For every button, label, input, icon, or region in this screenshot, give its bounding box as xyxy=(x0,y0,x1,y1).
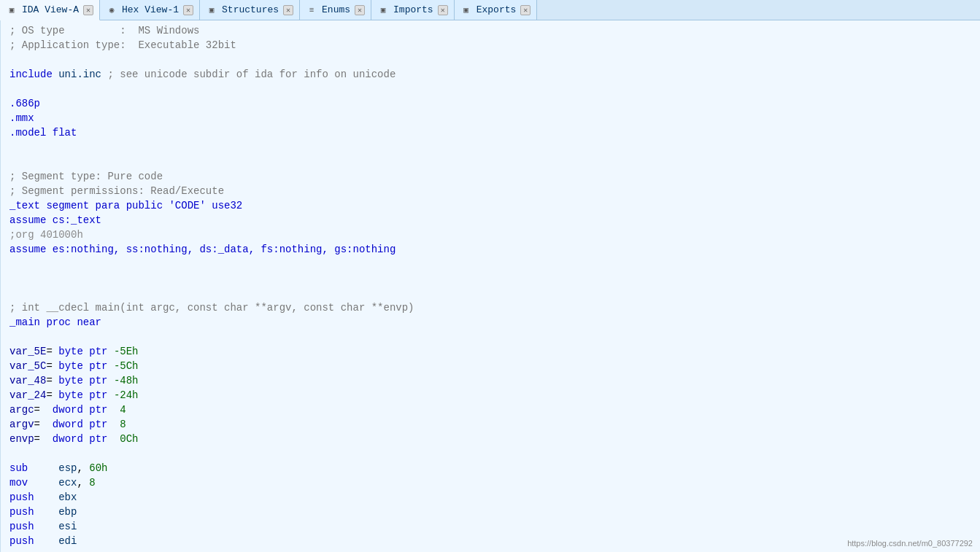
tab-close-imports[interactable]: ✕ xyxy=(438,5,448,15)
code-line: push edi xyxy=(9,534,974,548)
code-line: include uni.inc ; see unicode subdir of … xyxy=(9,67,974,82)
code-line xyxy=(9,271,974,286)
code-line: assume es:nothing, ss:nothing, ds:_data,… xyxy=(9,242,974,257)
code-line xyxy=(9,330,974,344)
code-line: _main proc near xyxy=(9,315,974,330)
code-line xyxy=(9,53,974,67)
code-line: ; Segment permissions: Read/Execute xyxy=(9,184,974,198)
code-line: argc= dword ptr 4 xyxy=(9,403,974,417)
code-line xyxy=(9,140,974,155)
code-line: mov ecx, 8 xyxy=(9,475,974,490)
tab-icon-imports: ▣ xyxy=(377,4,389,16)
tab-icon-structures: ▣ xyxy=(206,4,217,16)
code-line: ; Segment type: Pure code xyxy=(9,169,974,184)
code-line: .686p xyxy=(9,96,974,111)
tab-hex-view-1[interactable]: ◉Hex View-1✕ xyxy=(100,0,200,20)
code-line: ; int __cdecl main(int argc, const char … xyxy=(9,300,974,315)
tab-icon-exports: ▣ xyxy=(460,4,472,16)
tab-label-ida-view-a: IDA View-A xyxy=(22,4,79,15)
tab-icon-hex-view-1: ◉ xyxy=(106,4,117,16)
code-line xyxy=(9,446,974,461)
tab-label-enums: Enums xyxy=(322,4,350,15)
code-line: push ebx xyxy=(9,490,974,505)
tab-close-ida-view-a[interactable]: ✕ xyxy=(83,5,93,15)
code-line: sub esp, 60h xyxy=(9,461,974,475)
code-line xyxy=(9,82,974,96)
code-line: ; OS type : MS Windows xyxy=(9,23,974,38)
code-line: .mmx xyxy=(9,111,974,125)
tab-label-hex-view-1: Hex View-1 xyxy=(122,4,179,15)
tab-close-enums[interactable]: ✕ xyxy=(355,5,365,15)
tab-structures[interactable]: ▣Structures✕ xyxy=(200,0,300,20)
watermark: https://blog.csdn.net/m0_80377292 xyxy=(847,539,973,548)
main-container: ; OS type : MS Windows; Application type… xyxy=(0,20,980,552)
tab-close-structures[interactable]: ✕ xyxy=(283,5,293,15)
code-line xyxy=(9,257,974,271)
tab-bar: ▣IDA View-A✕◉Hex View-1✕▣Structures✕≡Enu… xyxy=(0,0,980,20)
tab-label-structures: Structures xyxy=(222,4,279,15)
tab-enums[interactable]: ≡Enums✕ xyxy=(300,0,371,20)
code-line: var_48= byte ptr -48h xyxy=(9,373,974,388)
tab-imports[interactable]: ▣Imports✕ xyxy=(371,0,455,20)
code-line: assume cs:_text xyxy=(9,213,974,228)
code-line: ;org 401000h xyxy=(9,228,974,242)
code-line: argv= dword ptr 8 xyxy=(9,417,974,432)
tab-close-exports[interactable]: ✕ xyxy=(520,5,530,15)
tab-ida-view-a[interactable]: ▣IDA View-A✕ xyxy=(0,0,100,20)
code-line: envp= dword ptr 0Ch xyxy=(9,432,974,446)
tab-icon-ida-view-a: ▣ xyxy=(6,4,18,16)
code-line xyxy=(9,286,974,300)
tab-label-exports: Exports xyxy=(477,4,517,15)
code-line: var_24= byte ptr -24h xyxy=(9,388,974,403)
tab-icon-enums: ≡ xyxy=(306,4,317,16)
code-line: ; Application type: Executable 32bit xyxy=(9,38,974,53)
tab-close-hex-view-1[interactable]: ✕ xyxy=(183,5,193,15)
code-line: _text segment para public 'CODE' use32 xyxy=(9,198,974,213)
code-line xyxy=(9,155,974,169)
code-area[interactable]: ; OS type : MS Windows; Application type… xyxy=(0,20,980,552)
code-line: push esi xyxy=(9,519,974,534)
code-line: var_5C= byte ptr -5Ch xyxy=(9,359,974,373)
code-line: .model flat xyxy=(9,125,974,140)
code-line: var_5E= byte ptr -5Eh xyxy=(9,344,974,359)
tab-label-imports: Imports xyxy=(393,4,433,15)
code-line: push ebp xyxy=(9,505,974,519)
tab-exports[interactable]: ▣Exports✕ xyxy=(455,0,538,20)
